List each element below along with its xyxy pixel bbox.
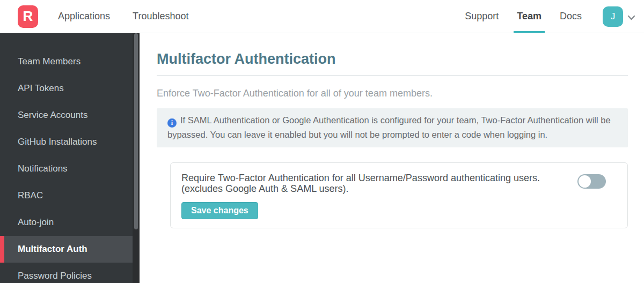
nav-item[interactable]: Team <box>517 0 541 33</box>
rollbar-logo[interactable]: R <box>18 5 38 28</box>
info-box: iIf SAML Authentication or Google Authen… <box>157 108 628 147</box>
page-description: Enforce Two-Factor Authentication for al… <box>157 88 628 99</box>
sidebar-item[interactable]: Auto-join <box>0 209 140 236</box>
sidebar-item[interactable]: Notifications <box>0 155 140 182</box>
info-icon: i <box>167 118 177 128</box>
mfa-setting-text: Require Two-Factor Authentication for al… <box>181 173 540 219</box>
sidebar-item[interactable]: Multifactor Auth <box>0 236 140 263</box>
toggle-knob <box>579 175 591 188</box>
chevron-down-icon[interactable] <box>626 12 636 23</box>
top-nav: R Applications Troubleshoot Support Team… <box>0 0 644 33</box>
nav-item[interactable]: Docs <box>560 0 582 33</box>
sidebar-scrollbar-thumb[interactable] <box>134 33 138 229</box>
info-text: If SAML Authentication or Google Authent… <box>167 115 611 139</box>
sidebar-item[interactable]: RBAC <box>0 182 140 209</box>
avatar[interactable]: J <box>603 6 623 27</box>
mfa-setting-line1: Require Two-Factor Authentication for al… <box>181 173 540 183</box>
sidebar: Team Members API Tokens Service Accounts… <box>0 33 140 283</box>
page-title: Multifactor Authentication <box>157 51 628 68</box>
secondary-nav: Support Team Docs <box>447 0 582 33</box>
sidebar-item[interactable]: Team Members <box>0 48 140 75</box>
sidebar-nav: Team Members API Tokens Service Accounts… <box>0 33 140 283</box>
mfa-toggle[interactable] <box>577 174 606 189</box>
sidebar-item[interactable]: API Tokens <box>0 75 140 102</box>
nav-item[interactable]: Support <box>465 0 499 33</box>
save-changes-button[interactable]: Save changes <box>181 202 258 219</box>
title-divider <box>157 75 628 76</box>
nav-item[interactable]: Troubleshoot <box>133 0 188 33</box>
main-content: Multifactor Authentication Enforce Two-F… <box>140 33 644 283</box>
page-body: Team Members API Tokens Service Accounts… <box>0 33 644 283</box>
sidebar-item[interactable]: Password Policies <box>0 263 140 283</box>
sidebar-item[interactable]: GitHub Installations <box>0 129 140 155</box>
sidebar-item[interactable]: Service Accounts <box>0 102 140 129</box>
primary-nav: Applications Troubleshoot <box>58 0 211 33</box>
mfa-setting-card: Require Two-Factor Authentication for al… <box>170 162 628 228</box>
mfa-setting-line2: (excludes Google Auth & SAML users). <box>181 183 540 194</box>
sidebar-scrollbar-track <box>133 33 140 283</box>
nav-item[interactable]: Applications <box>58 0 110 33</box>
